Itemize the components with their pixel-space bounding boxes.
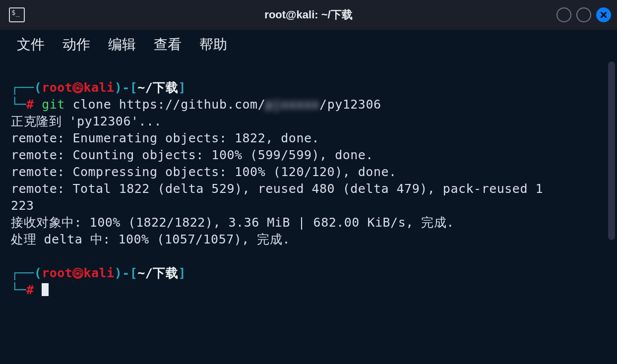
out-line-6: 223 [11, 198, 34, 213]
out-line-4: remote: Compressing objects: 100% (120/1… [11, 165, 397, 179]
prompt-symbol: # [26, 97, 34, 112]
prompt-path: ~/下载 [137, 80, 178, 95]
skull-icon-2: ㉿ [72, 268, 83, 279]
prompt2-host: kali [83, 266, 114, 280]
menu-action[interactable]: 动作 [62, 35, 90, 54]
prompt-user: root [42, 80, 72, 95]
menu-file[interactable]: 文件 [17, 35, 45, 54]
out-line-2: remote: Enumerating objects: 1822, done. [11, 131, 319, 145]
out-line-7: 接收对象中: 100% (1822/1822), 3.36 MiB | 682.… [11, 215, 454, 230]
window-title: root@kali: ~/下载 [264, 7, 352, 22]
out-line-8: 处理 delta 中: 100% (1057/1057), 完成. [11, 232, 290, 246]
minimize-button[interactable] [556, 7, 571, 22]
terminal-output[interactable]: ┌──(root㉿kali)-[~/下载] └─# git clone http… [0, 60, 617, 307]
scrollbar-thumb[interactable] [608, 61, 615, 240]
out-line-1: 正克隆到 'py12306'... [11, 114, 162, 128]
cmd-args-pre: clone https://github.com/ [65, 97, 265, 112]
menu-help[interactable]: 帮助 [199, 35, 227, 54]
close-button[interactable] [596, 7, 611, 22]
prompt2-path: ~/下载 [137, 266, 178, 280]
prompt2-symbol: # [26, 283, 34, 297]
menu-edit[interactable]: 编辑 [108, 35, 136, 54]
prompt-host: kali [83, 80, 114, 95]
terminal-app-icon: $_ [9, 7, 25, 22]
cmd-args-post: /py12306 [319, 97, 381, 112]
titlebar: $_ root@kali: ~/下载 [0, 0, 617, 30]
menu-view[interactable]: 查看 [154, 35, 182, 54]
skull-icon: ㉿ [72, 82, 83, 93]
terminal-viewport[interactable]: ┌──(root㉿kali)-[~/下载] └─# git clone http… [0, 60, 617, 364]
cmd-binary: git [42, 97, 65, 112]
cmd-redacted: pjxxxxx [265, 97, 319, 112]
window-controls [556, 7, 611, 22]
out-line-3: remote: Counting objects: 100% (599/599)… [11, 148, 373, 162]
menubar: 文件 动作 编辑 查看 帮助 [0, 30, 617, 60]
prompt2-user: root [42, 266, 72, 280]
text-cursor [42, 283, 49, 296]
maximize-button[interactable] [576, 7, 591, 22]
out-line-5: remote: Total 1822 (delta 529), reused 4… [11, 182, 543, 196]
